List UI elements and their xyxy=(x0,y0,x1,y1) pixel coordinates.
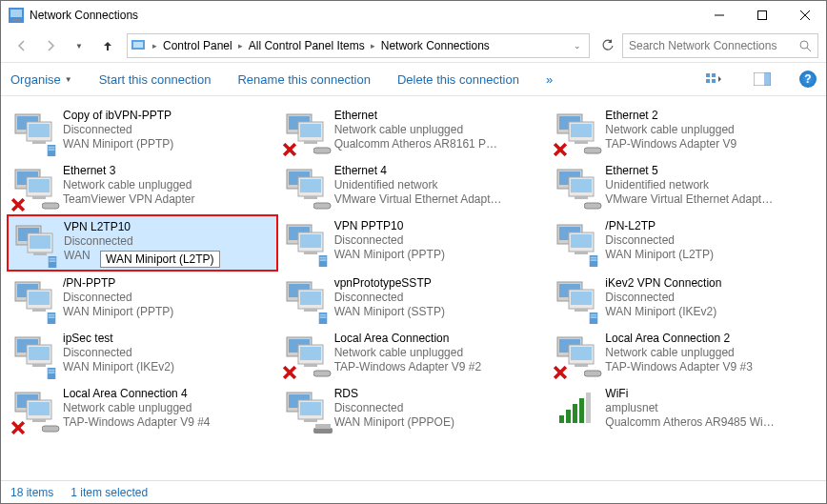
connection-item[interactable]: Ethernet 4Unidentified networkVMware Vir… xyxy=(278,159,550,214)
forward-button[interactable] xyxy=(37,33,64,58)
view-options-button[interactable] xyxy=(704,69,725,90)
search-icon xyxy=(799,40,812,52)
connection-item[interactable]: RDSDisconnectedWAN Miniport (PPPOE) xyxy=(278,382,550,437)
up-button[interactable] xyxy=(94,33,121,58)
connection-name: VPN PPTP10 xyxy=(334,219,445,233)
connection-adapter: VMware Virtual Ethernet Adapter ... xyxy=(605,192,777,207)
connection-name: Ethernet 5 xyxy=(605,164,777,178)
connection-text: EthernetNetwork cable unpluggedQualcomm … xyxy=(334,109,506,151)
device-icon xyxy=(42,145,61,156)
connection-item[interactable]: ipSec testDisconnectedWAN Miniport (IKEv… xyxy=(7,327,278,382)
close-button[interactable] xyxy=(783,1,826,30)
overflow-button[interactable]: » xyxy=(546,72,553,87)
connection-text: RDSDisconnectedWAN Miniport (PPPOE) xyxy=(334,387,454,430)
svg-rect-11 xyxy=(706,73,710,77)
cable-icon xyxy=(313,368,333,379)
connection-text: /PN-L2TPDisconnectedWAN Miniport (L2TP) xyxy=(605,219,714,262)
connection-adapter: Qualcomm Atheros AR9485 Wirel... xyxy=(605,415,777,430)
unplugged-icon xyxy=(554,143,567,156)
cable-icon xyxy=(42,423,61,434)
device-icon xyxy=(584,255,603,267)
connection-name: Local Area Connection 2 xyxy=(605,332,753,346)
connection-status: Unidentified network xyxy=(605,178,777,192)
connection-item[interactable]: VPN L2TP10DisconnectedWANWAN Miniport (L… xyxy=(7,214,278,272)
svg-rect-8 xyxy=(133,42,143,48)
connection-adapter: TAP-Windows Adapter V9 xyxy=(605,137,736,151)
connection-text: Local Area Connection 2Network cable unp… xyxy=(605,332,753,374)
refresh-button[interactable] xyxy=(595,33,620,58)
connection-icon xyxy=(555,332,601,377)
connection-item[interactable]: /PN-L2TPDisconnectedWAN Miniport (L2TP) xyxy=(549,214,820,272)
selected-count: 1 item selected xyxy=(71,486,148,499)
connection-text: Ethernet 2Network cable unpluggedTAP-Win… xyxy=(605,109,736,151)
connection-item[interactable]: WiFiamplusnetQualcomm Atheros AR9485 Wir… xyxy=(549,382,820,437)
connection-item[interactable]: Ethernet 2Network cable unpluggedTAP-Win… xyxy=(549,104,820,159)
maximize-button[interactable] xyxy=(740,1,783,30)
cable-icon xyxy=(584,200,603,212)
device-icon xyxy=(584,312,603,324)
search-box[interactable]: Search Network Connections xyxy=(622,33,818,58)
connection-item[interactable]: Local Area Connection 2Network cable unp… xyxy=(549,327,820,382)
connection-icon xyxy=(13,109,59,154)
connection-item[interactable]: iKev2 VPN ConnectionDisconnectedWAN Mini… xyxy=(549,272,820,327)
connection-text: Local Area Connection 4Network cable unp… xyxy=(63,387,211,430)
connection-icon xyxy=(285,276,331,322)
connection-item[interactable]: Local Area Connection 4Network cable unp… xyxy=(7,382,278,437)
connection-item[interactable]: Ethernet 5Unidentified networkVMware Vir… xyxy=(549,159,820,214)
connection-status: Network cable unplugged xyxy=(334,123,506,137)
connection-name: Local Area Connection 4 xyxy=(63,387,211,401)
connection-item[interactable]: Ethernet 3Network cable unpluggedTeamVie… xyxy=(7,159,278,214)
connection-adapter: WAN Miniport (PPTP) xyxy=(63,137,173,151)
connection-adapter: WAN Miniport (PPPOE) xyxy=(334,415,454,430)
connection-item[interactable]: vpnPrototypeSSTPDisconnectedWAN Miniport… xyxy=(278,272,550,327)
address-dropdown[interactable]: ⌄ xyxy=(570,41,585,50)
delete-connection-button[interactable]: Delete this connection xyxy=(397,72,519,87)
svg-rect-13 xyxy=(706,79,710,83)
unplugged-icon xyxy=(11,421,25,434)
delete-label: Delete this connection xyxy=(397,72,519,87)
connection-status: Disconnected xyxy=(63,123,173,137)
connection-name: Copy of ibVPN-PPTP xyxy=(63,109,173,123)
connection-name: RDS xyxy=(334,387,454,401)
rename-connection-button[interactable]: Rename this connection xyxy=(237,72,370,87)
connection-status: Network cable unplugged xyxy=(334,346,482,360)
back-button[interactable] xyxy=(9,33,35,58)
cable-icon xyxy=(313,145,333,156)
crumb-1[interactable]: All Control Panel Items xyxy=(245,39,369,52)
connection-item[interactable]: Copy of ibVPN-PPTPDisconnectedWAN Minipo… xyxy=(7,104,278,159)
address-bar[interactable]: ▸ Control Panel ▸ All Control Panel Item… xyxy=(127,33,590,58)
app-icon xyxy=(9,8,24,23)
minimize-button[interactable] xyxy=(697,1,740,30)
connection-item[interactable]: EthernetNetwork cable unpluggedQualcomm … xyxy=(278,104,550,159)
start-connection-button[interactable]: Start this connection xyxy=(99,72,212,87)
crumb-sep: ▸ xyxy=(151,41,159,50)
connection-status: Network cable unplugged xyxy=(605,346,753,360)
connection-item[interactable]: Local Area ConnectionNetwork cable unplu… xyxy=(278,327,550,382)
connection-adapter: TeamViewer VPN Adapter xyxy=(63,192,195,207)
crumb-2[interactable]: Network Connections xyxy=(377,39,494,52)
connection-icon xyxy=(13,332,59,377)
connection-icon xyxy=(285,109,331,154)
navbar: ▼ ▸ Control Panel ▸ All Control Panel It… xyxy=(1,30,826,62)
help-button[interactable]: ? xyxy=(799,71,817,88)
connection-adapter: WAN Miniport (PPTP) xyxy=(334,248,445,262)
connection-item[interactable]: /PN-PPTPDisconnectedWAN Miniport (PPTP) xyxy=(7,272,278,327)
connection-icon xyxy=(555,164,601,210)
connection-item[interactable]: VPN PPTP10DisconnectedWAN Miniport (PPTP… xyxy=(278,214,550,272)
svg-rect-1 xyxy=(10,10,22,17)
crumb-0[interactable]: Control Panel xyxy=(159,39,236,52)
start-label: Start this connection xyxy=(99,72,212,87)
connection-status: Network cable unplugged xyxy=(63,401,211,415)
history-dropdown[interactable]: ▼ xyxy=(66,33,92,58)
window-title: Network Connections xyxy=(30,9,138,22)
tooltip: WAN Miniport (L2TP) xyxy=(100,251,220,268)
location-icon xyxy=(131,38,147,53)
search-placeholder: Search Network Connections xyxy=(629,39,777,52)
device-icon xyxy=(43,256,62,268)
cable-icon xyxy=(584,368,603,379)
connection-status: Disconnected xyxy=(63,291,173,305)
toolbar: Organise ▼ Start this connection Rename … xyxy=(1,62,826,96)
unplugged-icon xyxy=(283,366,296,379)
organise-menu[interactable]: Organise ▼ xyxy=(10,72,72,87)
preview-pane-button[interactable] xyxy=(752,69,773,90)
